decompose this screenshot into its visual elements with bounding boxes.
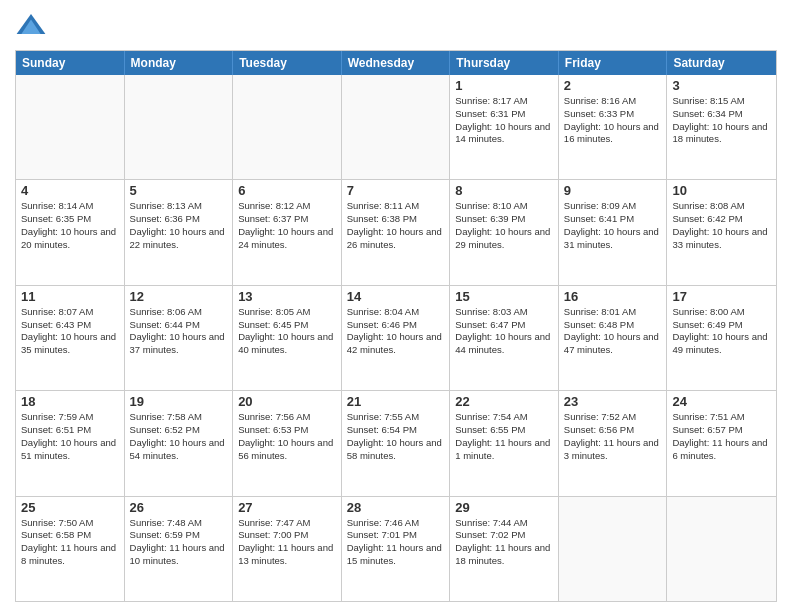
day-number: 27 [238,500,336,515]
day-info: Sunrise: 7:59 AM Sunset: 6:51 PM Dayligh… [21,411,119,462]
day-number: 19 [130,394,228,409]
day-number: 2 [564,78,662,93]
day-number: 6 [238,183,336,198]
calendar-cell: 21Sunrise: 7:55 AM Sunset: 6:54 PM Dayli… [342,391,451,495]
day-info: Sunrise: 8:12 AM Sunset: 6:37 PM Dayligh… [238,200,336,251]
day-info: Sunrise: 7:44 AM Sunset: 7:02 PM Dayligh… [455,517,553,568]
page: SundayMondayTuesdayWednesdayThursdayFrid… [0,0,792,612]
header-cell-tuesday: Tuesday [233,51,342,75]
day-info: Sunrise: 7:48 AM Sunset: 6:59 PM Dayligh… [130,517,228,568]
day-info: Sunrise: 7:56 AM Sunset: 6:53 PM Dayligh… [238,411,336,462]
day-info: Sunrise: 8:07 AM Sunset: 6:43 PM Dayligh… [21,306,119,357]
day-info: Sunrise: 7:52 AM Sunset: 6:56 PM Dayligh… [564,411,662,462]
calendar-row-2: 11Sunrise: 8:07 AM Sunset: 6:43 PM Dayli… [16,285,776,390]
day-number: 9 [564,183,662,198]
day-info: Sunrise: 8:06 AM Sunset: 6:44 PM Dayligh… [130,306,228,357]
calendar-cell: 27Sunrise: 7:47 AM Sunset: 7:00 PM Dayli… [233,497,342,601]
header-cell-wednesday: Wednesday [342,51,451,75]
day-number: 20 [238,394,336,409]
day-number: 5 [130,183,228,198]
day-info: Sunrise: 8:17 AM Sunset: 6:31 PM Dayligh… [455,95,553,146]
header [15,10,777,42]
calendar-cell: 1Sunrise: 8:17 AM Sunset: 6:31 PM Daylig… [450,75,559,179]
calendar-cell: 6Sunrise: 8:12 AM Sunset: 6:37 PM Daylig… [233,180,342,284]
day-info: Sunrise: 8:13 AM Sunset: 6:36 PM Dayligh… [130,200,228,251]
calendar-cell: 8Sunrise: 8:10 AM Sunset: 6:39 PM Daylig… [450,180,559,284]
header-cell-monday: Monday [125,51,234,75]
day-number: 3 [672,78,771,93]
day-info: Sunrise: 8:16 AM Sunset: 6:33 PM Dayligh… [564,95,662,146]
day-info: Sunrise: 7:51 AM Sunset: 6:57 PM Dayligh… [672,411,771,462]
day-info: Sunrise: 8:00 AM Sunset: 6:49 PM Dayligh… [672,306,771,357]
day-number: 25 [21,500,119,515]
calendar-cell: 4Sunrise: 8:14 AM Sunset: 6:35 PM Daylig… [16,180,125,284]
day-number: 11 [21,289,119,304]
calendar-row-1: 4Sunrise: 8:14 AM Sunset: 6:35 PM Daylig… [16,179,776,284]
calendar-row-3: 18Sunrise: 7:59 AM Sunset: 6:51 PM Dayli… [16,390,776,495]
calendar-cell: 26Sunrise: 7:48 AM Sunset: 6:59 PM Dayli… [125,497,234,601]
calendar-cell [125,75,234,179]
header-cell-friday: Friday [559,51,668,75]
calendar-cell [342,75,451,179]
day-info: Sunrise: 8:04 AM Sunset: 6:46 PM Dayligh… [347,306,445,357]
day-number: 16 [564,289,662,304]
calendar-cell: 16Sunrise: 8:01 AM Sunset: 6:48 PM Dayli… [559,286,668,390]
day-number: 17 [672,289,771,304]
calendar-cell [233,75,342,179]
calendar-row-4: 25Sunrise: 7:50 AM Sunset: 6:58 PM Dayli… [16,496,776,601]
day-number: 10 [672,183,771,198]
day-info: Sunrise: 7:46 AM Sunset: 7:01 PM Dayligh… [347,517,445,568]
day-info: Sunrise: 8:11 AM Sunset: 6:38 PM Dayligh… [347,200,445,251]
calendar-cell: 11Sunrise: 8:07 AM Sunset: 6:43 PM Dayli… [16,286,125,390]
day-number: 28 [347,500,445,515]
calendar-cell: 20Sunrise: 7:56 AM Sunset: 6:53 PM Dayli… [233,391,342,495]
calendar-cell: 5Sunrise: 8:13 AM Sunset: 6:36 PM Daylig… [125,180,234,284]
calendar-cell: 29Sunrise: 7:44 AM Sunset: 7:02 PM Dayli… [450,497,559,601]
day-info: Sunrise: 8:09 AM Sunset: 6:41 PM Dayligh… [564,200,662,251]
day-number: 1 [455,78,553,93]
day-info: Sunrise: 8:15 AM Sunset: 6:34 PM Dayligh… [672,95,771,146]
calendar-cell: 25Sunrise: 7:50 AM Sunset: 6:58 PM Dayli… [16,497,125,601]
calendar-cell: 7Sunrise: 8:11 AM Sunset: 6:38 PM Daylig… [342,180,451,284]
calendar-row-0: 1Sunrise: 8:17 AM Sunset: 6:31 PM Daylig… [16,75,776,179]
day-number: 23 [564,394,662,409]
day-info: Sunrise: 7:47 AM Sunset: 7:00 PM Dayligh… [238,517,336,568]
day-number: 4 [21,183,119,198]
day-number: 13 [238,289,336,304]
calendar-cell: 17Sunrise: 8:00 AM Sunset: 6:49 PM Dayli… [667,286,776,390]
calendar-cell: 19Sunrise: 7:58 AM Sunset: 6:52 PM Dayli… [125,391,234,495]
day-number: 18 [21,394,119,409]
day-info: Sunrise: 7:55 AM Sunset: 6:54 PM Dayligh… [347,411,445,462]
calendar-cell [559,497,668,601]
calendar-cell: 9Sunrise: 8:09 AM Sunset: 6:41 PM Daylig… [559,180,668,284]
calendar-cell: 12Sunrise: 8:06 AM Sunset: 6:44 PM Dayli… [125,286,234,390]
header-cell-sunday: Sunday [16,51,125,75]
day-info: Sunrise: 8:14 AM Sunset: 6:35 PM Dayligh… [21,200,119,251]
logo [15,10,51,42]
day-info: Sunrise: 8:01 AM Sunset: 6:48 PM Dayligh… [564,306,662,357]
day-number: 12 [130,289,228,304]
calendar-cell: 24Sunrise: 7:51 AM Sunset: 6:57 PM Dayli… [667,391,776,495]
calendar-header-row: SundayMondayTuesdayWednesdayThursdayFrid… [16,51,776,75]
calendar: SundayMondayTuesdayWednesdayThursdayFrid… [15,50,777,602]
day-info: Sunrise: 8:05 AM Sunset: 6:45 PM Dayligh… [238,306,336,357]
day-number: 15 [455,289,553,304]
calendar-cell: 3Sunrise: 8:15 AM Sunset: 6:34 PM Daylig… [667,75,776,179]
logo-icon [15,10,47,42]
day-info: Sunrise: 7:54 AM Sunset: 6:55 PM Dayligh… [455,411,553,462]
day-number: 14 [347,289,445,304]
day-info: Sunrise: 8:10 AM Sunset: 6:39 PM Dayligh… [455,200,553,251]
calendar-cell: 10Sunrise: 8:08 AM Sunset: 6:42 PM Dayli… [667,180,776,284]
calendar-body: 1Sunrise: 8:17 AM Sunset: 6:31 PM Daylig… [16,75,776,601]
day-info: Sunrise: 8:03 AM Sunset: 6:47 PM Dayligh… [455,306,553,357]
calendar-cell [16,75,125,179]
day-number: 26 [130,500,228,515]
day-number: 29 [455,500,553,515]
calendar-cell: 28Sunrise: 7:46 AM Sunset: 7:01 PM Dayli… [342,497,451,601]
header-cell-saturday: Saturday [667,51,776,75]
calendar-cell: 2Sunrise: 8:16 AM Sunset: 6:33 PM Daylig… [559,75,668,179]
calendar-cell: 15Sunrise: 8:03 AM Sunset: 6:47 PM Dayli… [450,286,559,390]
calendar-cell: 13Sunrise: 8:05 AM Sunset: 6:45 PM Dayli… [233,286,342,390]
day-number: 24 [672,394,771,409]
calendar-cell: 22Sunrise: 7:54 AM Sunset: 6:55 PM Dayli… [450,391,559,495]
